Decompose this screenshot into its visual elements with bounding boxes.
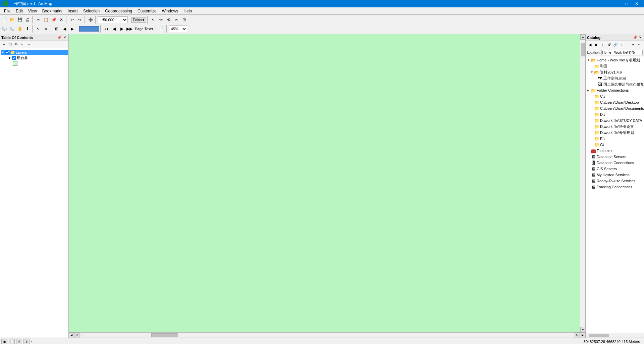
toc-pin-button[interactable]: 📌 xyxy=(57,35,62,40)
expand-icon-2[interactable]: ▼ xyxy=(590,70,593,74)
redo-button[interactable]: ↪ xyxy=(76,16,84,23)
vscroll-down-btn[interactable]: ▼ xyxy=(580,327,585,332)
menu-item-help[interactable]: Help xyxy=(181,7,195,14)
scale-select[interactable]: 1:50,000 xyxy=(98,16,128,23)
catalog-location-value[interactable]: Home - Work file\专项 xyxy=(601,50,643,55)
menu-item-edit[interactable]: Edit xyxy=(13,7,25,14)
merge-tool[interactable]: ⊞ xyxy=(180,16,188,23)
print-button[interactable]: 🖨 xyxy=(24,16,31,23)
catalog-item-15[interactable]: 🧰Toolboxes xyxy=(586,148,644,154)
catalog-item-7[interactable]: 📁C:\Users\Duan\Desktop xyxy=(586,99,644,105)
cat-add-arcgis-btn[interactable]: + xyxy=(619,42,625,48)
cut-button[interactable]: ✂ xyxy=(35,16,42,23)
catalog-item-20[interactable]: 🖥Ready-To-Use Services xyxy=(586,178,644,184)
new-button[interactable]: 📄 xyxy=(1,16,8,23)
cat-refresh-btn[interactable]: ↺ xyxy=(606,42,612,48)
forward-extent-btn[interactable]: ▶ xyxy=(68,25,76,33)
layers-expand-icon[interactable]: ▼ xyxy=(1,51,5,54)
vscroll-thumb[interactable] xyxy=(581,43,585,56)
map-view-btn[interactable]: ▣ xyxy=(1,339,7,344)
catalog-item-4[interactable]: 🖼国土综合整治与生态修复专项 xyxy=(586,81,644,87)
first-frame-btn[interactable]: ⏮ xyxy=(103,25,110,33)
delete-button[interactable]: ✕ xyxy=(58,16,65,23)
save-button[interactable]: 💾 xyxy=(16,16,23,23)
layout-view-btn[interactable]: 📄 xyxy=(158,25,165,33)
hscroll-prev-btn[interactable]: ◀ xyxy=(69,333,74,338)
chevron-right-icon[interactable]: › xyxy=(31,340,32,343)
xingtai-expand-icon[interactable]: ▼ xyxy=(8,56,11,60)
layers-checkbox[interactable] xyxy=(5,50,9,54)
hscroll-expand-btn[interactable]: ↕ xyxy=(79,333,84,338)
add-data-button[interactable]: ➕ xyxy=(87,16,94,23)
menu-item-customize[interactable]: Customize xyxy=(135,7,159,14)
zoom-out-btn[interactable]: 🔍- xyxy=(8,25,16,33)
toc-layers-group[interactable]: ▼ 📁 Layers xyxy=(1,50,68,55)
prev-frame-btn[interactable]: ◀ xyxy=(110,25,118,33)
minimize-button[interactable]: ─ xyxy=(612,0,621,7)
expand-icon-5[interactable]: ▶ xyxy=(587,89,590,92)
catalog-item-18[interactable]: 🖥GIS Servers xyxy=(586,166,644,172)
menu-item-windows[interactable]: Windows xyxy=(159,7,181,14)
edit-tool[interactable]: ↖ xyxy=(150,16,157,23)
identify-btn[interactable]: ℹ xyxy=(24,25,31,33)
full-extent-btn[interactable]: ⊞ xyxy=(53,25,60,33)
cat-connect-btn[interactable]: 🔗 xyxy=(612,42,619,48)
catalog-item-10[interactable]: 📁D:\work file\STUDY DATA xyxy=(586,117,644,124)
split-tool[interactable]: ✂ xyxy=(173,16,180,23)
catalog-item-12[interactable]: 📁D:\work file\专项规划 xyxy=(586,130,644,136)
cat-up-btn[interactable]: ↑ xyxy=(600,42,606,48)
reshape-tool[interactable]: ⟲ xyxy=(165,16,172,23)
hscroll-next-btn[interactable]: ▷ xyxy=(575,333,580,338)
open-button[interactable]: 📂 xyxy=(8,16,16,23)
menu-item-selection[interactable]: Selection xyxy=(80,7,102,14)
catalog-item-14[interactable]: 📁G\ xyxy=(586,142,644,148)
layout-view-btn2[interactable]: 📄 xyxy=(9,339,15,344)
copy-button[interactable]: 📋 xyxy=(42,16,50,23)
hscroll-forward-btn[interactable]: ▶ xyxy=(580,333,585,338)
menu-item-bookmarks[interactable]: Bookmarks xyxy=(40,7,65,14)
catalog-item-3[interactable]: 🗺工作空间.mxd xyxy=(586,75,644,81)
toc-list-btn[interactable]: ≡ xyxy=(1,42,7,47)
close-button[interactable]: ✕ xyxy=(632,0,641,7)
toc-display-btn[interactable]: 👁 xyxy=(13,42,19,47)
editor-label[interactable]: Editor▾ xyxy=(131,17,146,23)
maximize-button[interactable]: □ xyxy=(622,0,631,7)
undo-button[interactable]: ↩ xyxy=(68,16,76,23)
catalog-item-13[interactable]: 📁E:\ xyxy=(586,136,644,142)
catalog-item-19[interactable]: 🖥My Hosted Services xyxy=(586,172,644,178)
cat-options-btn[interactable]: ⋯ xyxy=(637,42,643,48)
cat-back-btn[interactable]: ◀ xyxy=(587,42,593,48)
xingtai-checkbox[interactable] xyxy=(12,56,16,60)
menu-item-insert[interactable]: Insert xyxy=(65,7,80,14)
cat-hscroll-thumb[interactable] xyxy=(589,334,609,337)
hscroll-thumb[interactable] xyxy=(151,333,178,337)
next-frame-btn[interactable]: ▶▶ xyxy=(126,25,133,33)
catalog-pin-button[interactable]: 📌 xyxy=(633,35,637,40)
catalog-item-0[interactable]: ▼📂Home - Work file\专项规划 xyxy=(586,57,644,63)
toc-selection-btn[interactable]: ↖ xyxy=(19,42,25,47)
sketch-tool[interactable]: ✏ xyxy=(157,16,165,23)
map-canvas[interactable] xyxy=(69,34,580,332)
catalog-item-8[interactable]: 📁C:\Users\Duan\Documents xyxy=(586,105,644,111)
cat-view-btn[interactable]: ≡ xyxy=(630,42,636,48)
select-features-btn[interactable]: ↖ xyxy=(35,25,42,33)
hscroll-back-btn[interactable]: ◁ xyxy=(74,333,79,338)
catalog-item-9[interactable]: 📁D:\ xyxy=(586,111,644,117)
cat-forward-btn[interactable]: ▶ xyxy=(593,42,599,48)
catalog-item-21[interactable]: 🖥Tracking Connections xyxy=(586,184,644,190)
menu-item-view[interactable]: View xyxy=(25,7,40,14)
play-btn[interactable]: ▶ xyxy=(118,25,125,33)
toc-close-button[interactable]: ✕ xyxy=(62,35,67,40)
catalog-item-6[interactable]: 📁C:\ xyxy=(586,93,644,99)
catalog-item-5[interactable]: ▶📁Folder Connections xyxy=(586,87,644,93)
vscroll-up-btn[interactable]: ▲ xyxy=(580,34,585,40)
clear-selection-btn[interactable]: ✕ xyxy=(42,25,50,33)
catalog-item-16[interactable]: 🖥Database Servers xyxy=(586,154,644,160)
toc-source-btn[interactable]: 📋 xyxy=(7,42,13,47)
toc-sublayer-xingtai[interactable]: ▼ 邢台县 xyxy=(1,55,68,61)
zoom-in-btn[interactable]: 🔍+ xyxy=(1,25,8,33)
paste-button[interactable]: 📌 xyxy=(50,16,57,23)
zoom-restore-btn[interactable]: ↺ xyxy=(16,339,22,344)
pause-btn[interactable]: ⏸ xyxy=(23,339,30,344)
catalog-item-17[interactable]: 🗄Database Connections xyxy=(586,160,644,166)
